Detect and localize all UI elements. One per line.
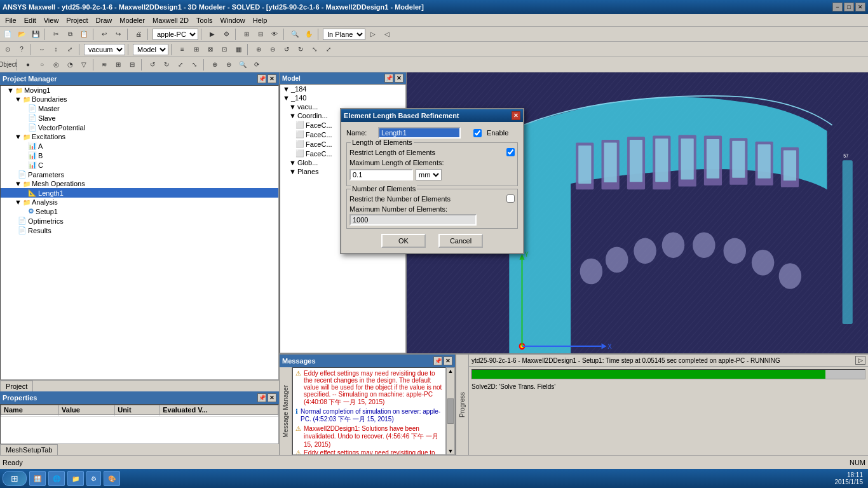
t2-14[interactable]: ↻ [294, 43, 307, 56]
tree-item-vectorpotential[interactable]: 📄 VectorPotential [1, 123, 278, 132]
t3-14[interactable]: ⊖ [222, 58, 235, 71]
taskbar-app-5[interactable]: 🎨 [104, 471, 120, 486]
t3-6[interactable]: ≋ [98, 58, 111, 71]
dialog-ok-button[interactable]: OK [381, 234, 426, 248]
t3-8[interactable]: ⊟ [126, 58, 139, 71]
t3-1[interactable]: ● [22, 58, 34, 71]
minimize-button[interactable]: − [832, 3, 843, 11]
analyze-btn[interactable]: ⚙ [220, 28, 233, 41]
t3-2[interactable]: ○ [36, 58, 48, 71]
open-btn[interactable]: 📂 [15, 28, 28, 41]
msg-scroll-down[interactable]: ▼ [448, 448, 454, 454]
start-button[interactable]: ⊞ [3, 471, 27, 486]
t2-15[interactable]: ⤡ [308, 43, 321, 56]
t2-5[interactable]: ⤢ [64, 43, 76, 56]
cut-btn[interactable]: ✂ [50, 28, 62, 41]
menu-help[interactable]: Help [249, 15, 271, 25]
close-button[interactable]: ✕ [855, 3, 865, 11]
redo-btn[interactable]: ↪ [112, 28, 125, 41]
tree-item-length1[interactable]: 📐 Length1 [1, 188, 278, 198]
mt-pin[interactable]: 📌 [384, 74, 393, 83]
grid-btn[interactable]: ⊟ [254, 28, 267, 41]
t2-8[interactable]: ⊠ [204, 43, 217, 56]
tree-item-master[interactable]: 📄 Master [1, 104, 278, 113]
tree-item-setup1[interactable]: ⚙ Setup1 [1, 207, 278, 216]
tree-item-moving1[interactable]: ▼ 📁 Moving1 [1, 86, 278, 95]
dialog-close-button[interactable]: ✕ [512, 111, 520, 120]
tree-item-boundaries[interactable]: ▼ 📁 Boundaries [1, 95, 278, 104]
zoom-btn[interactable]: 🔍 [288, 28, 301, 41]
t2-13[interactable]: ↺ [280, 43, 293, 56]
t2-10[interactable]: ▦ [232, 43, 245, 56]
maximize-button[interactable]: □ [844, 3, 854, 11]
t2-2[interactable]: ? [15, 43, 28, 56]
t2-11[interactable]: ⊕ [252, 43, 265, 56]
dialog-name-input[interactable] [378, 127, 461, 139]
snap-btn[interactable]: ⊞ [240, 28, 253, 41]
t3-10[interactable]: ↻ [160, 58, 173, 71]
menu-view[interactable]: View [40, 15, 63, 25]
t3-9[interactable]: ↺ [146, 58, 159, 71]
restrict-length-checkbox[interactable] [506, 148, 515, 156]
tree-item-optimetrics[interactable]: 📄 Optimetrics [1, 216, 278, 226]
dialog-cancel-button[interactable]: Cancel [438, 234, 483, 248]
paste-btn[interactable]: 📋 [78, 28, 90, 41]
progress-expand-btn[interactable]: ▷ [855, 356, 865, 365]
more1-btn[interactable]: ▷ [367, 28, 379, 41]
msg-scroll-thumb[interactable] [447, 398, 454, 424]
tree-item-results[interactable]: 📄 Results [1, 226, 278, 235]
tree-item-slave[interactable]: 📄 Slave [1, 113, 278, 123]
computer-dropdown[interactable]: apple-PC [153, 29, 198, 40]
msg-close[interactable]: ✕ [444, 356, 452, 365]
t3-13[interactable]: ⊕ [208, 58, 221, 71]
t2-9[interactable]: ⊡ [218, 43, 231, 56]
view-btn[interactable]: 👁 [268, 28, 281, 41]
tree-item-mesh-operations[interactable]: ▼ 📁 Mesh Operations [1, 179, 278, 188]
save-btn[interactable]: 💾 [29, 28, 42, 41]
t2-7[interactable]: ⊞ [190, 43, 203, 56]
t3-obj[interactable]: Object [1, 58, 14, 71]
tree-item-b[interactable]: 📊 B [1, 151, 278, 160]
undo-btn[interactable]: ↩ [98, 28, 111, 41]
t2-1[interactable]: ⊙ [1, 43, 14, 56]
mt-close[interactable]: ✕ [395, 74, 403, 83]
project-tab[interactable]: Project [0, 381, 33, 391]
t2-3[interactable]: ↔ [36, 43, 48, 56]
menu-project[interactable]: Project [62, 15, 92, 25]
t3-15[interactable]: ⟳ [250, 58, 263, 71]
menu-draw[interactable]: Draw [92, 15, 116, 25]
taskbar-app-2[interactable]: 🌐 [48, 471, 65, 486]
msg-scroll-up[interactable]: ▲ [448, 368, 454, 374]
material-dropdown[interactable]: vacuum [84, 44, 125, 55]
tree-item-parameters[interactable]: 📄 Parameters [1, 170, 278, 179]
t3-4[interactable]: ◔ [64, 58, 76, 71]
tree-item-c[interactable]: 📊 C [1, 160, 278, 170]
mesh-setup-tab[interactable]: MeshSetupTab [0, 444, 58, 455]
inplane-dropdown[interactable]: In Plane [323, 29, 365, 40]
max-length-input[interactable] [349, 169, 413, 180]
t3-7[interactable]: ⊞ [112, 58, 125, 71]
menu-tools[interactable]: Tools [193, 15, 217, 25]
props-pin-btn[interactable]: 📌 [257, 393, 266, 402]
max-num-input[interactable] [349, 214, 477, 226]
t3-3[interactable]: ◎ [50, 58, 62, 71]
taskbar-app-3[interactable]: 📁 [67, 471, 84, 486]
t3-5[interactable]: ▽ [78, 58, 90, 71]
msg-pin[interactable]: 📌 [433, 356, 442, 365]
tree-item-analysis[interactable]: ▼ 📁 Analysis [1, 198, 278, 207]
pm-close-btn[interactable]: ✕ [268, 74, 276, 83]
t2-4[interactable]: ↕ [50, 43, 62, 56]
taskbar-app-4[interactable]: ⚙ [86, 471, 101, 486]
t3-11[interactable]: ⤢ [174, 58, 187, 71]
new-btn[interactable]: 📄 [1, 28, 14, 41]
menu-maxwell2d[interactable]: Maxwell 2D [149, 15, 193, 25]
tree-item-excitations[interactable]: ▼ 📁 Excitations [1, 132, 278, 141]
more2-btn[interactable]: ◁ [381, 28, 393, 41]
run-btn[interactable]: ▶ [206, 28, 219, 41]
tree-item-a[interactable]: 📊 A [1, 141, 278, 151]
t2-12[interactable]: ⊖ [266, 43, 279, 56]
props-close-btn[interactable]: ✕ [268, 393, 276, 402]
t2-6[interactable]: ≡ [176, 43, 189, 56]
copy-btn[interactable]: ⧉ [64, 28, 76, 41]
t3-12[interactable]: ⤡ [188, 58, 201, 71]
